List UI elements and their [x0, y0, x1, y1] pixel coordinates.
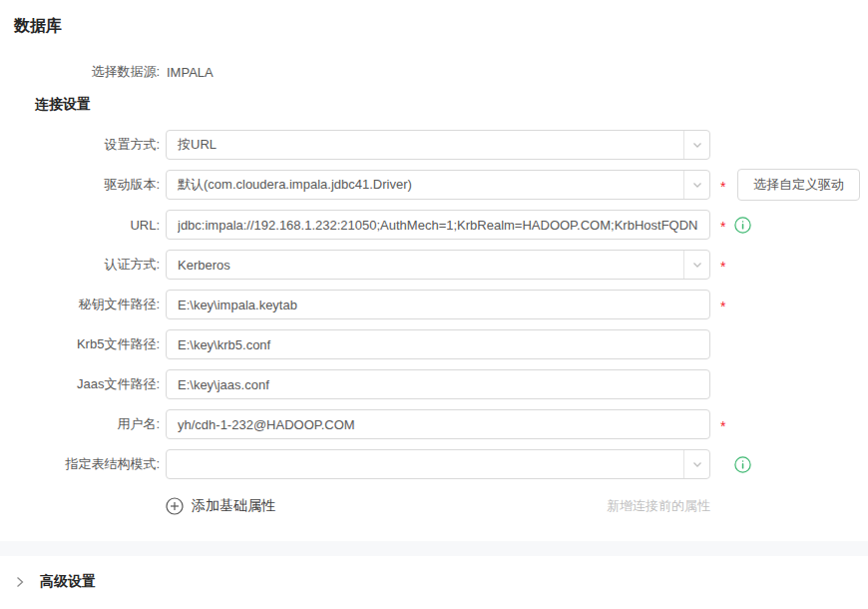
form-row-auth-method: 认证方式: Kerberos *	[0, 250, 868, 280]
form-row-keytab-path: 秘钥文件路径: *	[0, 290, 868, 319]
setting-method-label: 设置方式:	[0, 136, 160, 154]
schema-mode-label: 指定表结构模式:	[0, 455, 160, 473]
chevron-down-icon[interactable]	[683, 171, 709, 199]
form-row-jaas-path: Jaas文件路径:	[0, 369, 868, 399]
datasource-value: IMPALA	[167, 65, 214, 80]
chevron-down-icon[interactable]	[683, 251, 709, 279]
required-marker: *	[720, 168, 728, 202]
setting-method-value: 按URL	[167, 131, 683, 159]
form-row-krb5-path: Krb5文件路径:	[0, 329, 868, 359]
info-circle-icon[interactable]	[734, 456, 751, 473]
form-row-url: URL: *	[0, 210, 868, 240]
form-row-setting-method: 设置方式: 按URL	[0, 130, 868, 160]
driver-version-value: 默认(com.cloudera.impala.jdbc41.Driver)	[167, 171, 683, 199]
add-base-property-button[interactable]: 添加基础属性	[166, 497, 275, 515]
setting-method-select[interactable]: 按URL	[166, 130, 710, 160]
advanced-settings-title: 高级设置	[40, 573, 96, 591]
driver-version-label: 驱动版本:	[0, 176, 160, 194]
add-base-property-label: 添加基础属性	[192, 497, 275, 515]
url-label: URL:	[0, 218, 160, 233]
info-circle-icon[interactable]	[734, 217, 751, 234]
chevron-down-icon[interactable]	[683, 131, 709, 159]
driver-version-select[interactable]: 默认(com.cloudera.impala.jdbc41.Driver)	[166, 170, 710, 200]
auth-method-label: 认证方式:	[0, 256, 160, 274]
advanced-settings-toggle[interactable]: 高级设置	[14, 573, 96, 591]
auth-method-select[interactable]: Kerberos	[166, 250, 710, 280]
jaas-path-input[interactable]	[166, 369, 710, 399]
keytab-path-label: 秘钥文件路径:	[0, 296, 160, 313]
required-marker: *	[720, 248, 728, 282]
plus-circle-icon	[166, 497, 184, 515]
username-input[interactable]	[166, 409, 710, 439]
url-input[interactable]	[166, 210, 710, 240]
pre-connection-hint: 新增连接前的属性	[607, 497, 710, 515]
required-marker: *	[720, 288, 728, 321]
form-row-username: 用户名: *	[0, 409, 868, 439]
username-label: 用户名:	[0, 415, 160, 433]
required-marker: *	[720, 208, 728, 242]
section-divider	[0, 541, 868, 556]
keytab-path-input[interactable]	[166, 290, 710, 319]
form-row-schema-mode: 指定表结构模式:	[0, 449, 868, 479]
datasource-label: 选择数据源:	[0, 63, 160, 81]
krb5-path-input[interactable]	[166, 329, 710, 359]
add-property-row: 添加基础属性 新增连接前的属性	[166, 497, 710, 515]
chevron-right-icon	[14, 575, 26, 589]
chevron-down-icon[interactable]	[683, 450, 709, 478]
schema-mode-value	[167, 450, 683, 478]
datasource-row: 选择数据源: IMPALA	[0, 63, 214, 81]
required-marker: *	[720, 407, 728, 441]
page-title: 数据库	[14, 16, 62, 37]
connection-form: 设置方式: 按URL 驱动版本: 默认(com.cloudera.impala.…	[0, 130, 868, 489]
connection-settings-title: 连接设置	[35, 96, 91, 114]
schema-mode-select[interactable]	[166, 449, 710, 479]
auth-method-value: Kerberos	[167, 251, 683, 279]
krb5-path-label: Krb5文件路径:	[0, 335, 160, 353]
form-row-driver-version: 驱动版本: 默认(com.cloudera.impala.jdbc41.Driv…	[0, 170, 868, 200]
select-custom-driver-button[interactable]: 选择自定义驱动	[737, 169, 860, 201]
jaas-path-label: Jaas文件路径:	[0, 375, 160, 393]
